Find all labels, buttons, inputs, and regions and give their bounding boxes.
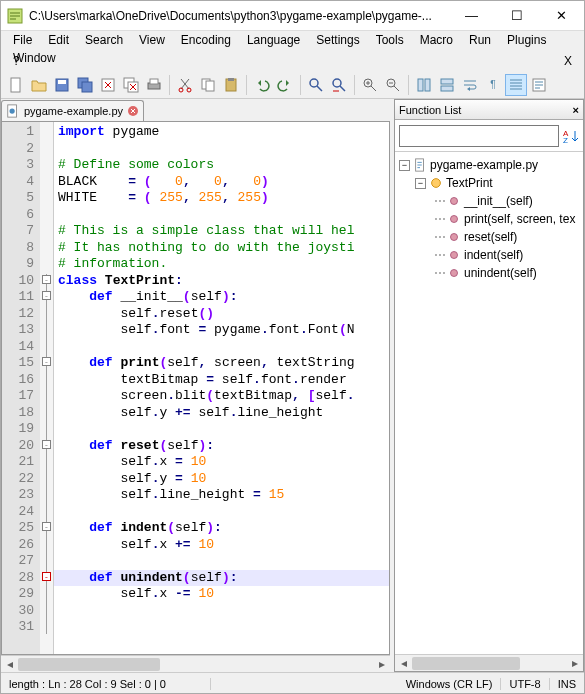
scroll-left-arrow[interactable]: ◂	[1, 657, 18, 672]
editor-body[interactable]: 1234567891011121314151617181920212223242…	[1, 121, 390, 655]
close-file-button[interactable]	[97, 74, 119, 96]
func-horizontal-scrollbar[interactable]: ◂ ▸	[395, 654, 583, 671]
fold-toggle[interactable]: -	[42, 440, 51, 449]
code-line-15[interactable]: def print(self, screen, textString	[58, 355, 385, 372]
zoom-in-button[interactable]	[359, 74, 381, 96]
tree-method-2[interactable]: ⋯reset(self)	[397, 228, 581, 246]
sort-button[interactable]: AZ	[563, 125, 579, 147]
code-line-20[interactable]: def reset(self):	[58, 438, 385, 455]
menu-language[interactable]: Language	[239, 31, 308, 49]
code-line-18[interactable]: self.y += self.line_height	[58, 405, 385, 422]
menu-plugins[interactable]: Plugins	[499, 31, 554, 49]
code-line-8[interactable]: # It has nothing to do with the joysti	[58, 240, 385, 257]
close-button[interactable]: ✕	[539, 1, 584, 30]
code-line-29[interactable]: self.x -= 10	[58, 586, 385, 603]
fold-toggle[interactable]: -	[42, 522, 51, 531]
fold-toggle[interactable]: -	[42, 291, 51, 300]
zoom-out-button[interactable]	[382, 74, 404, 96]
code-line-10[interactable]: class TextPrint:	[58, 273, 385, 290]
function-list-search-input[interactable]	[399, 125, 559, 147]
menu-edit[interactable]: Edit	[40, 31, 77, 49]
code-line-7[interactable]: # This is a simple class that will hel	[58, 223, 385, 240]
code-line-21[interactable]: self.x = 10	[58, 454, 385, 471]
menu-run[interactable]: Run	[461, 31, 499, 49]
fold-toggle[interactable]: -	[42, 275, 51, 284]
tab-close-icon[interactable]	[127, 105, 139, 117]
sync-h-button[interactable]	[436, 74, 458, 96]
code-line-14[interactable]	[58, 339, 385, 356]
code-area[interactable]: import pygame# Define some colorsBLACK =…	[54, 122, 389, 654]
print-button[interactable]	[143, 74, 165, 96]
fold-toggle[interactable]: -	[42, 572, 51, 581]
func-list-button[interactable]	[528, 74, 550, 96]
func-scroll-left-arrow[interactable]: ◂	[395, 656, 412, 671]
code-line-9[interactable]: # information.	[58, 256, 385, 273]
code-line-17[interactable]: screen.blit(textBitmap, [self.	[58, 388, 385, 405]
minimize-button[interactable]: —	[449, 1, 494, 30]
code-line-4[interactable]: BLACK = ( 0, 0, 0)	[58, 174, 385, 191]
code-line-19[interactable]	[58, 421, 385, 438]
show-all-chars-button[interactable]: ¶	[482, 74, 504, 96]
status-eol[interactable]: Windows (CR LF)	[398, 678, 502, 690]
function-list-title-bar[interactable]: Function List ×	[395, 100, 583, 120]
function-list-tree[interactable]: −pygame-example.py−TextPrint⋯__init__(se…	[395, 152, 583, 654]
code-line-25[interactable]: def indent(self):	[58, 520, 385, 537]
code-line-11[interactable]: def __init__(self):	[58, 289, 385, 306]
code-line-13[interactable]: self.font = pygame.font.Font(N	[58, 322, 385, 339]
code-line-26[interactable]: self.x += 10	[58, 537, 385, 554]
wrap-button[interactable]	[459, 74, 481, 96]
menu-file[interactable]: File	[5, 31, 40, 49]
code-line-23[interactable]: self.line_height = 15	[58, 487, 385, 504]
code-line-12[interactable]: self.reset()	[58, 306, 385, 323]
tree-file[interactable]: −pygame-example.py	[397, 156, 581, 174]
replace-button[interactable]	[328, 74, 350, 96]
close-all-button[interactable]	[120, 74, 142, 96]
cut-button[interactable]	[174, 74, 196, 96]
code-line-6[interactable]	[58, 207, 385, 224]
copy-button[interactable]	[197, 74, 219, 96]
function-list-close-icon[interactable]: ×	[573, 104, 579, 116]
tree-method-4[interactable]: ⋯unindent(self)	[397, 264, 581, 282]
open-file-button[interactable]	[28, 74, 50, 96]
menu-tools[interactable]: Tools	[368, 31, 412, 49]
code-line-16[interactable]: textBitmap = self.font.render	[58, 372, 385, 389]
tab-active[interactable]: pygame-example.py	[1, 100, 144, 121]
find-button[interactable]	[305, 74, 327, 96]
code-line-24[interactable]	[58, 504, 385, 521]
status-encoding[interactable]: UTF-8	[501, 678, 549, 690]
save-all-button[interactable]	[74, 74, 96, 96]
code-line-3[interactable]: # Define some colors	[58, 157, 385, 174]
fold-column[interactable]: ------	[40, 122, 54, 654]
func-scroll-right-arrow[interactable]: ▸	[566, 656, 583, 671]
tree-class[interactable]: −TextPrint	[397, 174, 581, 192]
new-file-button[interactable]	[5, 74, 27, 96]
fold-toggle[interactable]: -	[42, 357, 51, 366]
code-line-31[interactable]	[58, 619, 385, 636]
scroll-right-arrow[interactable]: ▸	[373, 657, 390, 672]
tree-method-3[interactable]: ⋯indent(self)	[397, 246, 581, 264]
maximize-button[interactable]: ☐	[494, 1, 539, 30]
sync-v-button[interactable]	[413, 74, 435, 96]
code-line-2[interactable]	[58, 141, 385, 158]
code-line-22[interactable]: self.y = 10	[58, 471, 385, 488]
menu-settings[interactable]: Settings	[308, 31, 367, 49]
code-line-27[interactable]	[58, 553, 385, 570]
tree-method-0[interactable]: ⋯__init__(self)	[397, 192, 581, 210]
code-line-1[interactable]: import pygame	[58, 124, 385, 141]
menu-view[interactable]: View	[131, 31, 173, 49]
menu-macro[interactable]: Macro	[412, 31, 461, 49]
paste-button[interactable]	[220, 74, 242, 96]
status-mode[interactable]: INS	[550, 678, 584, 690]
menu-search[interactable]: Search	[77, 31, 131, 49]
menu-encoding[interactable]: Encoding	[173, 31, 239, 49]
code-line-5[interactable]: WHITE = ( 255, 255, 255)	[58, 190, 385, 207]
redo-button[interactable]	[274, 74, 296, 96]
menu-close-x[interactable]: X	[556, 52, 580, 70]
horizontal-scrollbar[interactable]: ◂ ▸	[1, 655, 390, 672]
undo-button[interactable]	[251, 74, 273, 96]
menu-help[interactable]: ?	[5, 52, 28, 70]
code-line-30[interactable]	[58, 603, 385, 620]
indent-guide-button[interactable]	[505, 74, 527, 96]
code-line-28[interactable]: def unindent(self):	[54, 570, 389, 587]
save-button[interactable]	[51, 74, 73, 96]
